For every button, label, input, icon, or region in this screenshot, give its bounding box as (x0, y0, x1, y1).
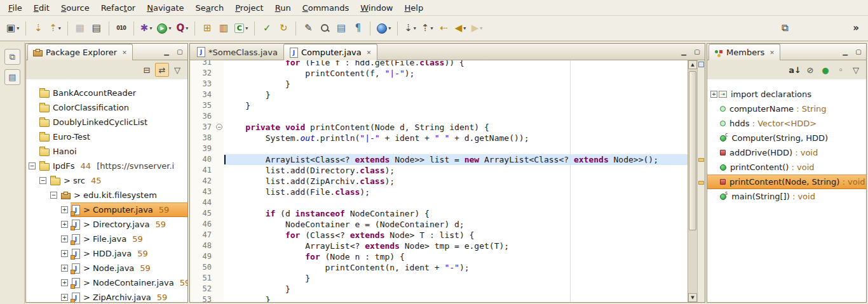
members-tab[interactable]: Members ✕ (709, 44, 780, 60)
tree-item-hdd-java[interactable]: +J> HDD.java59 (26, 246, 187, 261)
expand-icon[interactable]: + (710, 91, 717, 98)
web-browser-icon[interactable]: ▾ (375, 20, 393, 37)
line-number[interactable]: 42 (190, 176, 215, 187)
tree-item-hanoi[interactable]: Hanoi (26, 144, 187, 159)
line-number[interactable]: 41 (190, 165, 215, 176)
scrollbar-thumb[interactable] (689, 71, 696, 230)
tree-item-file-java[interactable]: +J> File.java59 (26, 232, 187, 246)
overview-header[interactable] (698, 62, 704, 67)
code-text[interactable]: list.add(File.class); (224, 187, 688, 197)
external-tools-icon[interactable]: ✱▾ (139, 20, 154, 37)
code-text[interactable]: ArrayList<Class<? extends Node>> list = … (224, 154, 688, 165)
expand-icon[interactable]: + (61, 221, 68, 228)
code-text[interactable]: for (Class<? extends Node> T : list) { (224, 230, 688, 241)
expand-icon[interactable]: + (61, 265, 68, 272)
code-text[interactable]: for (Node n : tmp) { (224, 251, 688, 262)
code-text[interactable]: if (d instanceof NodeContainer) { (224, 208, 688, 219)
collapse-all-icon[interactable]: ⊟ (140, 63, 154, 77)
occurrence-marker[interactable] (698, 158, 704, 162)
occurrence-marker[interactable] (698, 181, 704, 185)
coverage-icon[interactable]: Q▾ (174, 20, 190, 37)
tree-item-computer-java[interactable]: +J> Computer.java59 (26, 202, 187, 217)
menu-item-help[interactable]: Help (399, 1, 430, 15)
view-menu-icon[interactable]: ▽ (849, 63, 863, 77)
code-text[interactable]: } (224, 100, 688, 111)
expand-icon[interactable]: + (61, 250, 68, 257)
junit-icon[interactable]: ✓ (259, 20, 275, 37)
tree-item-edu-kit-filesystem[interactable]: −> edu.kit.filesystem (26, 188, 187, 202)
code-text[interactable]: printContent(f, "|-"); (224, 68, 688, 79)
code-text[interactable]: } (224, 79, 688, 89)
view-menu-icon[interactable]: ▽ (170, 63, 184, 77)
menu-item-run[interactable]: Run (269, 1, 297, 15)
code-text[interactable]: printContent(n, ident + "-"); (224, 262, 688, 273)
member-item-printcontent[interactable]: printContent() : void (707, 160, 866, 175)
member-item-printcontent-node-string[interactable]: printContent(Node, String) : void (707, 175, 866, 189)
maximize-icon[interactable]: ▢ (175, 46, 185, 56)
line-number[interactable]: 31 (190, 60, 215, 68)
last-edit-location-icon[interactable]: ⇠ (436, 20, 451, 37)
toolbar-overflow-chevron[interactable]: » (848, 20, 864, 37)
code-text[interactable]: System.out.println("|-" + ident + " " + … (224, 133, 688, 143)
member-item-main-string[interactable]: smain(String[]) : void (707, 189, 866, 204)
menu-item-commands[interactable]: Commands (297, 1, 355, 15)
fold-collapse-icon[interactable]: − (216, 124, 222, 130)
line-number[interactable]: 45 (190, 208, 215, 219)
menu-item-navigate[interactable]: Navigate (141, 1, 189, 15)
svn-update-icon[interactable]: ⇣ (31, 20, 46, 37)
tree-item-ipdfs[interactable]: −IpdFs44[https://svnserver.i (26, 159, 187, 173)
show-whitespace-icon[interactable]: ¶ (350, 20, 365, 37)
next-annotation-icon[interactable]: ⇣▾ (402, 20, 418, 37)
hide-fields-icon[interactable]: ● (818, 63, 832, 77)
hide-static-icon[interactable]: ⊘ (803, 63, 817, 77)
new-wizard-icon[interactable]: ▣▾ (4, 20, 21, 37)
expand-icon[interactable]: + (61, 206, 68, 213)
expand-icon[interactable]: + (61, 294, 68, 301)
tree-item-euro-test[interactable]: Euro-Test (26, 129, 187, 144)
line-number[interactable]: 38 (190, 133, 215, 143)
line-number[interactable]: 49 (190, 251, 215, 262)
javadoc-icon[interactable]: ▤ (334, 20, 349, 37)
member-item-hdds[interactable]: hdds : Vector<HDD> (707, 116, 866, 131)
menu-item-edit[interactable]: Edit (28, 1, 55, 15)
tree-item-directory-java[interactable]: +J> Directory.java59 (26, 217, 187, 232)
code-text[interactable] (224, 143, 688, 154)
line-number[interactable]: 52 (190, 284, 215, 294)
menu-item-file[interactable]: File (3, 1, 28, 15)
code-area[interactable]: 31 for (File f : hdd.get(File.class)) {3… (190, 60, 688, 302)
tree-item-colorclassification[interactable]: ColorClassification (26, 100, 187, 115)
sort-icon[interactable]: a↓ (788, 63, 802, 77)
code-text[interactable]: list.add(ZipArchiv.class); (224, 176, 688, 187)
new-class-icon[interactable]: C▾ (233, 20, 250, 37)
new-package-icon[interactable]: ▥ (216, 20, 231, 37)
line-number[interactable]: 34 (190, 89, 215, 100)
tree-item-node-java[interactable]: +J> Node.java59 (26, 261, 187, 275)
code-text[interactable]: } (224, 273, 688, 284)
tree-item-bankaccountreader[interactable]: BankAccountReader (26, 86, 187, 100)
line-number[interactable]: 39 (190, 143, 215, 154)
code-text[interactable]: } (224, 284, 688, 294)
line-number[interactable]: 50 (190, 262, 215, 273)
line-number[interactable]: 53 (190, 294, 215, 302)
line-number[interactable]: 51 (190, 273, 215, 284)
close-icon[interactable]: ✕ (367, 50, 372, 56)
line-number[interactable]: 43 (190, 187, 215, 197)
tree-item-src[interactable]: −> src45 (26, 173, 187, 188)
line-number[interactable]: 36 (190, 111, 215, 122)
svn-commit-icon[interactable]: ⇡▾ (47, 20, 63, 37)
line-number[interactable]: 35 (190, 100, 215, 111)
build-all-icon[interactable]: 010 (114, 20, 129, 37)
tree-item-ziparchiv-java[interactable]: +J> ZipArchiv.java59 (26, 290, 187, 302)
minimize-icon[interactable]: ▁ (840, 46, 850, 56)
collapse-icon[interactable]: − (29, 162, 36, 169)
minimize-icon[interactable]: ▁ (679, 46, 689, 56)
scroll-down-icon[interactable]: ▼ (688, 293, 697, 302)
expand-icon[interactable]: + (61, 235, 68, 242)
code-text[interactable]: NodeContainer e = (NodeContainer) d; (224, 219, 688, 230)
line-number[interactable]: 47 (190, 230, 215, 241)
refresh-icon[interactable]: ↻ (276, 20, 291, 37)
code-text[interactable]: private void printContent(Node d, String… (224, 122, 688, 133)
search-icon[interactable] (317, 20, 332, 37)
line-number[interactable]: 37 (190, 122, 215, 133)
minimize-icon[interactable]: ▁ (161, 46, 172, 56)
